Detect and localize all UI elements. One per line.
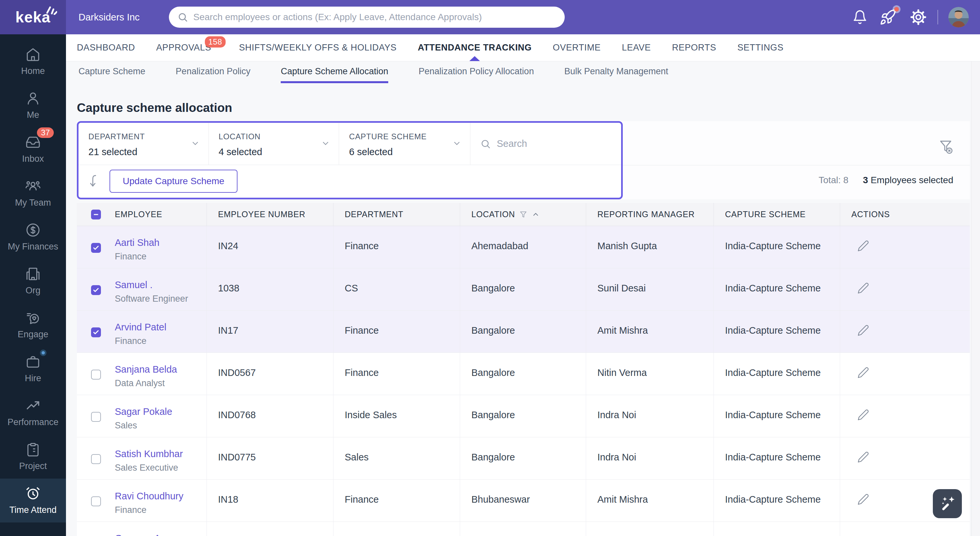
sidebar-item-engage[interactable]: Engage [0, 303, 66, 347]
row-checkbox[interactable] [91, 412, 101, 422]
page-title: Capture scheme allocation [77, 101, 232, 115]
dollar-icon [25, 222, 41, 238]
edit-pencil-icon[interactable] [857, 451, 970, 463]
tab-approvals[interactable]: APPROVALS158 [156, 34, 211, 61]
capture-scheme-cell: India-Capture Scheme [714, 437, 840, 479]
tab-leave[interactable]: LEAVE [622, 34, 651, 61]
sidebar-item-hire[interactable]: Hire [0, 347, 66, 391]
row-checkbox[interactable] [91, 496, 101, 506]
employee-name-link[interactable]: Satish Kumbhar [115, 448, 183, 459]
capture-scheme-table: EMPLOYEE EMPLOYEE NUMBER DEPARTMENT LOCA… [77, 203, 970, 536]
tab-dashboard[interactable]: DASHBOARD [77, 34, 135, 61]
subtab-bulk-penalty-management[interactable]: Bulk Penalty Management [565, 61, 668, 83]
building-icon [25, 266, 41, 282]
edit-pencil-icon[interactable] [857, 367, 970, 378]
employee-role: Finance [115, 336, 166, 346]
row-checkbox[interactable] [91, 370, 101, 380]
department-filter[interactable]: DEPARTMENT 21 selected [78, 123, 209, 165]
sidebar-item-home[interactable]: Home [0, 40, 66, 83]
global-search-input[interactable] [193, 12, 556, 22]
clear-filters-icon[interactable] [938, 139, 953, 155]
department-cell: CS [334, 268, 460, 310]
sidebar-item-inbox[interactable]: 37 Inbox [0, 128, 66, 171]
rocket-badge-dot [892, 5, 900, 13]
user-avatar[interactable] [948, 7, 969, 27]
employee-number-cell: IND0567 [207, 353, 334, 395]
employee-name-link[interactable]: Arvind Patel [115, 322, 166, 333]
row-checkbox[interactable] [91, 243, 101, 253]
scrollbar-track[interactable] [971, 61, 980, 536]
sidebar-item-my-team[interactable]: My Team [0, 171, 66, 215]
sidebar-item-org[interactable]: Org [0, 259, 66, 303]
edit-pencil-icon[interactable] [857, 282, 970, 294]
capture-scheme-cell: India-Capture Scheme [714, 226, 840, 268]
location-filter-value: 4 selected [219, 147, 339, 158]
selection-summary: Total: 8 3 Employees selected [819, 175, 953, 185]
sidebar-item-performance[interactable]: Performance [0, 391, 66, 435]
sidebar-item-my-finances[interactable]: My Finances [0, 215, 66, 259]
employee-cell: Sagar Pokale Sales [77, 395, 207, 437]
row-checkbox[interactable] [91, 327, 101, 337]
reporting-manager-cell: Indra Noi [586, 395, 714, 437]
employee-number-cell: IN24 [207, 226, 334, 268]
employee-cell: Satish Kumbhar Sales Executive [77, 437, 207, 479]
column-filter-icon[interactable] [520, 211, 527, 218]
tab-settings[interactable]: SETTINGS [737, 34, 783, 61]
subtab-capture-scheme[interactable]: Capture Scheme [78, 61, 145, 83]
employee-search[interactable] [470, 123, 621, 165]
employee-name-link[interactable]: Aarti Shah [115, 237, 159, 248]
location-cell: Bangalore [460, 353, 586, 395]
global-search[interactable] [169, 6, 565, 28]
employee-name-link[interactable]: Sagar Pokale [115, 406, 172, 417]
tab-reports[interactable]: REPORTS [672, 34, 716, 61]
settings-gear-icon[interactable] [910, 0, 926, 34]
sidebar-item-time-attend[interactable]: Time Attend [0, 479, 66, 522]
sort-asc-icon[interactable] [532, 211, 539, 219]
search-icon [480, 139, 491, 149]
top-bar: keka Darksiders Inc [0, 0, 980, 34]
tab-shifts-weekly-offs-holidays[interactable]: SHIFTS/WEEKLY OFFS & HOLIDAYS [239, 34, 396, 61]
reporting-manager-cell: Amit Mishra [586, 522, 714, 536]
employee-role: Finance [115, 252, 159, 262]
employee-name-link[interactable]: Granger, Amy [115, 533, 173, 536]
edit-pencil-icon[interactable] [857, 409, 970, 421]
employee-cell: Aarti Shah Finance [77, 226, 207, 268]
employee-name-link[interactable]: Ravi Choudhury [115, 491, 183, 502]
person-icon [25, 91, 41, 106]
tab-overtime[interactable]: OVERTIME [553, 34, 601, 61]
actions-cell [840, 268, 970, 310]
table-row: Sagar Pokale Sales IND0768 Inside Sales … [77, 395, 970, 437]
employee-name-link[interactable]: Samuel . [115, 279, 188, 290]
location-filter[interactable]: LOCATION 4 selected [209, 123, 339, 165]
employee-role: Finance [115, 505, 183, 515]
employee-search-input[interactable] [497, 138, 621, 149]
selected-count-text: 3 Employees selected [863, 175, 953, 185]
capture-scheme-filter[interactable]: CAPTURE SCHEME 6 selected [339, 123, 470, 165]
magic-wand-fab[interactable] [933, 489, 962, 518]
band-divider [623, 165, 970, 165]
sidebar-item-label: My Team [15, 198, 51, 208]
keka-logo[interactable]: keka [0, 0, 66, 34]
notifications-bell-icon[interactable] [852, 0, 867, 34]
employee-number-cell: IN17 [207, 311, 334, 353]
sidebar-item-me[interactable]: Me [0, 83, 66, 128]
subtab-penalization-policy[interactable]: Penalization Policy [176, 61, 251, 83]
location-cell: Bangalore [460, 395, 586, 437]
row-checkbox[interactable] [91, 285, 101, 295]
sidebar-item-project[interactable]: Project [0, 435, 66, 479]
tab-attendance-tracking[interactable]: ATTENDANCE TRACKING [418, 34, 531, 61]
edit-pencil-icon[interactable] [857, 324, 970, 336]
edit-pencil-icon[interactable] [857, 240, 970, 252]
subtab-capture-scheme-allocation[interactable]: Capture Scheme Allocation [281, 61, 388, 83]
inbox-icon: 37 [25, 135, 41, 150]
row-checkbox[interactable] [91, 454, 101, 464]
update-capture-scheme-button[interactable]: Update Capture Scheme [110, 170, 237, 193]
select-all-checkbox[interactable] [91, 210, 101, 220]
table-body: Aarti Shah Finance IN24 Finance Ahemadab… [77, 226, 970, 536]
department-cell: Finance [334, 311, 460, 353]
subtab-penalization-policy-allocation[interactable]: Penalization Policy Allocation [418, 61, 534, 83]
location-cell: Bangalore [460, 437, 586, 479]
sidebar: Home Me 37 Inbox My Team My Finances Org… [0, 34, 66, 536]
employee-name-link[interactable]: Sanjana Belda [115, 364, 177, 375]
location-cell: Bhubaneswar [460, 522, 586, 536]
